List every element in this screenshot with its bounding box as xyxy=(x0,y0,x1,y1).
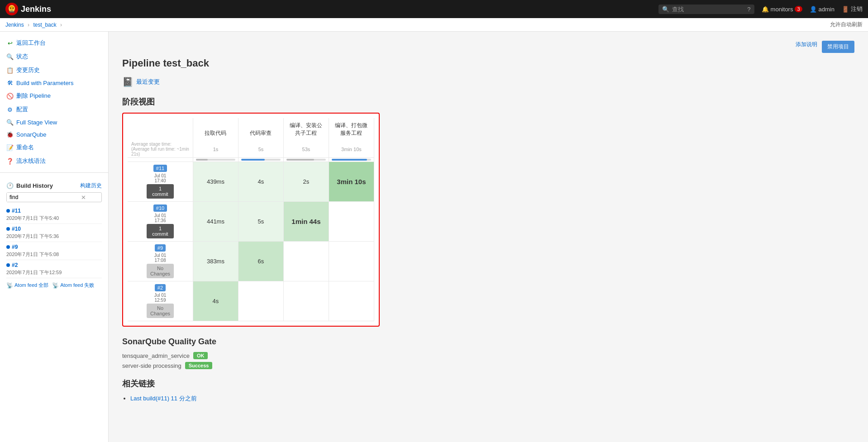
commit-btn-11[interactable]: 1commit xyxy=(147,184,174,199)
build-search-box[interactable]: ✕ xyxy=(6,192,102,202)
build-history-panel: 🕐 Build History 构建历史 ✕ #11 2020年7月1日 下午5… xyxy=(0,177,108,297)
main-content: 添加说明 禁用项目 Pipeline test_back 📓 最近变更 阶段视图… xyxy=(109,32,868,442)
build-num-badge-11[interactable]: #11 xyxy=(153,165,167,172)
build-link-11[interactable]: #11 xyxy=(6,208,102,214)
sidebar-item-sonarqube[interactable]: 🐞 SonarQube xyxy=(0,128,108,141)
breadcrumb-project[interactable]: test_back xyxy=(33,22,56,28)
build-date-cell-10: Jul 0117:36 xyxy=(131,213,189,223)
no-changes-btn-2[interactable]: NoChanges xyxy=(147,304,174,318)
sidebar-item-full-stage[interactable]: 🔍 Full Stage View xyxy=(0,116,108,128)
sidebar-item-history[interactable]: 📋 变更历史 xyxy=(0,63,108,77)
stage-cell-9-3 xyxy=(283,242,329,281)
build-dot-9 xyxy=(6,245,10,249)
delete-icon: 🚫 xyxy=(6,93,14,100)
search-box[interactable]: 🔍 ? xyxy=(658,5,754,14)
breadcrumb: Jenkins › test_back › 允许自动刷新 xyxy=(0,18,868,32)
related-links-section: 相关链接 Last build(#11) 11 分之前 xyxy=(122,378,854,403)
sonar-badge-ok: OK xyxy=(193,352,208,359)
sidebar-item-config[interactable]: ⚙ 配置 xyxy=(0,103,108,116)
stage-cell-10-3[interactable]: 1min 44s xyxy=(283,202,329,242)
action-buttons-row: 添加说明 禁用项目 xyxy=(122,41,854,53)
stage-cell-2-3 xyxy=(283,281,329,321)
build-link-2[interactable]: #2 xyxy=(6,262,102,268)
search-input[interactable] xyxy=(672,6,744,13)
stage-view-wrapper: 拉取代码 代码审查 编译、安装公共子工程 编译、打包微服务工程 Average … xyxy=(122,113,380,327)
stage-header-1: 拉取代码 xyxy=(193,118,238,141)
clear-search-icon[interactable]: ✕ xyxy=(79,194,88,201)
rename-icon: 📝 xyxy=(6,144,14,151)
svg-point-3 xyxy=(13,8,14,9)
build-dot-10 xyxy=(6,227,10,231)
sidebar-item-status[interactable]: 🔍 状态 xyxy=(0,50,108,63)
stage-cell-11-4[interactable]: 3min 10s xyxy=(329,162,374,202)
sidebar-item-back[interactable]: ↩ 返回工作台 xyxy=(0,36,108,50)
no-changes-btn-9[interactable]: NoChanges xyxy=(147,264,174,278)
logout-section[interactable]: 🚪 注销 xyxy=(842,5,863,13)
sonar-icon: 🐞 xyxy=(6,131,14,138)
build-history-link[interactable]: 构建历史 xyxy=(80,182,102,190)
breadcrumb-sep2: › xyxy=(60,22,62,28)
breadcrumb-jenkins[interactable]: Jenkins xyxy=(5,22,24,28)
top-nav: Jenkins 🔍 ? 🔔 monitors 3 👤 admin 🚪 注销 xyxy=(0,0,868,18)
sidebar-item-build-params[interactable]: 🛠 Build with Parameters xyxy=(0,77,108,89)
build-link-10[interactable]: #10 xyxy=(6,226,102,232)
build-date-cell-9: Jul 0117:08 xyxy=(131,253,189,263)
build-date-2: 2020年7月1日 下午12:59 xyxy=(6,269,102,276)
sidebar-item-pipeline-syntax[interactable]: ❓ 流水线语法 xyxy=(0,154,108,168)
build-label-cell-9: #9 Jul 0117:08 NoChanges xyxy=(128,242,193,281)
build-item-10: #10 2020年7月1日 下午5:36 xyxy=(6,224,102,242)
clock-icon: 🕐 xyxy=(6,182,14,189)
auto-refresh[interactable]: 允许自动刷新 xyxy=(830,21,863,28)
stage-cell-9-2[interactable]: 6s xyxy=(238,242,283,281)
atom-feed-fail[interactable]: 📡 Atom feed 失败 xyxy=(52,282,94,289)
atom-feed-all[interactable]: 📡 Atom feed 全部 xyxy=(6,282,48,289)
commit-btn-10[interactable]: 1commit xyxy=(147,224,174,238)
add-description-link[interactable]: 添加说明 xyxy=(796,41,817,53)
stage-cell-10-2[interactable]: 5s xyxy=(238,202,283,242)
build-label-cell-2: #2 Jul 0112:59 NoChanges xyxy=(128,281,193,321)
build-num-badge-9[interactable]: #9 xyxy=(155,244,166,252)
feed-links: 📡 Atom feed 全部 📡 Atom feed 失败 xyxy=(6,278,102,292)
build-search-input[interactable] xyxy=(7,193,79,202)
avg-time-4: 3min 10s xyxy=(329,141,374,158)
stage-cell-11-1[interactable]: 439ms xyxy=(193,162,238,202)
stage-header-4: 编译、打包微服务工程 xyxy=(329,118,374,141)
avg-time-2: 5s xyxy=(238,141,283,158)
build-item-9: #9 2020年7月1日 下午5:08 xyxy=(6,242,102,260)
progress-bar-fill-4 xyxy=(332,159,367,161)
stage-cell-9-1[interactable]: 383ms xyxy=(193,242,238,281)
disable-project-button[interactable]: 禁用项目 xyxy=(822,41,854,53)
build-date-11: 2020年7月1日 下午5:40 xyxy=(6,215,102,222)
sidebar-label-sonar: SonarQube xyxy=(16,131,47,138)
stage-cell-2-4 xyxy=(329,281,374,321)
build-num-badge-10[interactable]: #10 xyxy=(153,204,167,212)
jenkins-title: Jenkins xyxy=(21,5,51,14)
status-icon: 🔍 xyxy=(6,53,14,60)
feed-fail-icon: 📡 xyxy=(52,282,59,289)
stage-cell-11-3[interactable]: 2s xyxy=(283,162,329,202)
build-link-9[interactable]: #9 xyxy=(6,244,102,250)
sidebar-label-rename: 重命名 xyxy=(16,143,34,152)
sidebar-item-rename[interactable]: 📝 重命名 xyxy=(0,141,108,154)
stage-table: 拉取代码 代码审查 编译、安装公共子工程 编译、打包微服务工程 Average … xyxy=(128,118,374,321)
stage-cell-2-1[interactable]: 4s xyxy=(193,281,238,321)
build-num-badge-2[interactable]: #2 xyxy=(155,284,166,291)
sidebar: ↩ 返回工作台 🔍 状态 📋 变更历史 🛠 Build with Paramet… xyxy=(0,32,109,442)
svg-point-2 xyxy=(10,8,11,9)
stage-header-3: 编译、安装公共子工程 xyxy=(283,118,329,141)
monitors-count: 3 xyxy=(795,6,802,12)
build-label-cell-11: #11 Jul 0117:40 1commit xyxy=(128,162,193,202)
build-item-11: #11 2020年7月1日 下午5:40 xyxy=(6,206,102,224)
syntax-icon: ❓ xyxy=(6,158,14,165)
recent-changes-link[interactable]: 最近变更 xyxy=(136,78,160,86)
sidebar-item-delete[interactable]: 🚫 删除 Pipeline xyxy=(0,89,108,103)
page-title: Pipeline test_back xyxy=(122,57,854,69)
progress-bar-bg-1 xyxy=(196,159,235,161)
stage-cell-11-2[interactable]: 4s xyxy=(238,162,283,202)
help-icon[interactable]: ? xyxy=(747,6,750,13)
user-section: 👤 admin xyxy=(810,6,835,13)
stage-cell-2-2 xyxy=(238,281,283,321)
last-build-link[interactable]: Last build(#11) 11 分之前 xyxy=(130,395,197,402)
stage-cell-10-1[interactable]: 441ms xyxy=(193,202,238,242)
progress-cell-4 xyxy=(329,158,374,162)
